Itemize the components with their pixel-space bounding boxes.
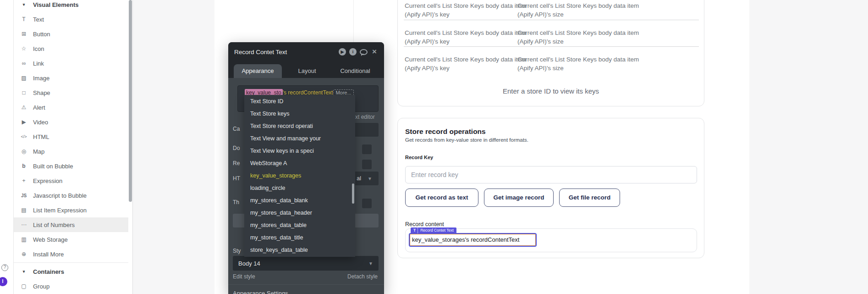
code-icon: </>	[19, 134, 28, 139]
style-label-fragment: Sty	[233, 248, 241, 254]
tab-layout[interactable]: Layout	[282, 64, 332, 78]
chevron-down-icon: ▼	[368, 176, 372, 181]
row-divider	[404, 46, 699, 47]
edit-style-link[interactable]: Edit style	[233, 273, 255, 280]
get-file-record-button[interactable]: Get file record	[559, 189, 620, 207]
size-cell-text: Current cell's List Store Keys body data…	[517, 55, 676, 72]
style-name: Body 14	[238, 260, 260, 267]
sidebar-item-group[interactable]: ▢Group	[14, 279, 128, 294]
dropdown-option[interactable]: my_stores_data_header	[244, 207, 355, 219]
rich-text-editor-link[interactable]: xt editor	[355, 114, 375, 120]
sidebar-item-video[interactable]: ▶Video	[14, 115, 128, 129]
tab-appearance[interactable]: Appearance	[234, 64, 282, 78]
get-image-record-button[interactable]: Get image record	[484, 189, 554, 207]
selected-element-badge: T Record Contet Text	[411, 227, 456, 233]
close-icon[interactable]: ×	[371, 48, 378, 55]
dropdown-option[interactable]: my_stores_data_table	[244, 219, 355, 232]
dropdown-option[interactable]: WebStorage A	[244, 157, 355, 170]
bubble-icon: b	[19, 163, 28, 169]
link-icon: ∞	[19, 60, 28, 67]
dropdown-scrollbar[interactable]	[352, 183, 354, 204]
field-label-fragment: Re	[233, 160, 240, 166]
selected-element-badge-label: Record Contet Text	[420, 227, 454, 233]
field-label-fragment: Do	[233, 145, 240, 151]
chevron-down-icon: ▼	[368, 261, 373, 266]
tab-bar: Appearance Layout Conditional	[228, 61, 384, 78]
sidebar-item-expression[interactable]: +Expression	[14, 173, 128, 188]
sidebar-item-javascript-to-bubble[interactable]: JSJavascript to Bubble	[14, 188, 128, 203]
palette-scrollbar[interactable]	[129, 0, 132, 202]
comment-icon[interactable]	[360, 49, 368, 55]
sidebar-item-list-of-numbers[interactable]: ⋯List of Numbers	[14, 217, 128, 232]
get-record-as-text-button[interactable]: Get record as text	[405, 189, 478, 207]
sidebar-item-shape[interactable]: □Shape	[14, 85, 128, 100]
chevron-down-icon: ▾	[19, 2, 28, 7]
star-icon: ☆	[19, 45, 28, 52]
selected-text-element[interactable]: key_value_storages's recordContentText	[410, 234, 536, 246]
record-key-input[interactable]	[405, 166, 697, 183]
text-element-icon: T	[413, 227, 418, 233]
section-containers[interactable]: ▾ Containers	[14, 264, 128, 279]
detach-style-link[interactable]: Detach style	[347, 273, 378, 280]
js-icon: JS	[19, 193, 28, 198]
sidebar-item-link[interactable]: ∞Link	[14, 56, 128, 71]
info-icon[interactable]: i	[349, 48, 357, 55]
checkbox[interactable]	[362, 144, 372, 154]
field-label-fragment: Th	[233, 199, 239, 205]
sidebar-item-map[interactable]: ◎Map	[14, 144, 128, 159]
operations-title: Store record operations	[405, 128, 486, 136]
sidebar-item-install-more[interactable]: ⊕Install More	[14, 247, 128, 261]
help-icon[interactable]: ?	[1, 264, 8, 271]
sidebar-item-html[interactable]: </>HTML	[14, 129, 128, 144]
dropdown-option[interactable]: Text Store record operati	[244, 120, 355, 133]
field-label-fragment: HT	[233, 175, 240, 182]
section-visual-elements[interactable]: ▾ Visual Elements	[14, 0, 128, 12]
left-rail: ? I	[0, 0, 14, 294]
empty-store-message: Enter a store ID to view its keys	[398, 87, 704, 95]
store-record-operations-card: Store record operations Get records from…	[397, 118, 704, 258]
button-icon: ⊞	[19, 31, 28, 37]
record-key-label: Record Key	[405, 155, 433, 160]
autocomplete-dropdown: Text Store ID Text Store keys Text Store…	[244, 95, 355, 257]
sidebar-item-image[interactable]: ▨Image	[14, 71, 128, 85]
dropdown-option[interactable]: loading_circle	[244, 182, 355, 194]
sidebar-item-button[interactable]: ⊞Button	[14, 27, 128, 41]
dropdown-option-highlighted[interactable]: key_value_storages	[244, 170, 355, 182]
property-editor-header: Record Contet Text ▶ i ×	[228, 42, 384, 61]
map-pin-icon: ◎	[19, 148, 28, 155]
appearance-settings-header: Appearance Settings	[233, 290, 288, 294]
dropdown-option[interactable]: Text Store keys	[244, 108, 355, 120]
tab-conditional[interactable]: Conditional	[332, 64, 378, 78]
preview-icon[interactable]: ▶	[339, 48, 346, 55]
size-cell-text: Current cell's List Store Keys body data…	[517, 28, 676, 46]
sidebar-item-list-item-expression[interactable]: ▤List Item Expression	[14, 203, 128, 217]
dropdown-option[interactable]: store_keys_data_table	[244, 244, 355, 256]
sidebar-item-icon[interactable]: ☆Icon	[14, 41, 128, 56]
group-icon: ▢	[19, 283, 28, 289]
record-content-label: Record content	[405, 221, 444, 227]
plus-icon: +	[19, 178, 28, 184]
dropdown-option[interactable]: Text View keys in a speci	[244, 145, 355, 157]
checkbox[interactable]	[362, 160, 372, 169]
chat-icon[interactable]: I	[0, 277, 7, 286]
element-title: Record Contet Text	[234, 49, 287, 55]
size-cell-text: Current cell's List Store Keys body data…	[517, 1, 676, 19]
sidebar-item-text[interactable]: TText	[14, 12, 128, 27]
chevron-down-icon: ▾	[19, 269, 28, 274]
dropdown-option[interactable]: Text View and manage your	[244, 133, 355, 145]
sidebar-item-alert[interactable]: ⚠Alert	[14, 100, 128, 115]
dropdown-option[interactable]: my_stores_data_title	[244, 232, 355, 244]
image-icon: ▨	[19, 75, 28, 81]
palette-divider	[14, 262, 128, 263]
sidebar-item-web-storage[interactable]: ▥Web Storage	[14, 232, 128, 247]
sidebar-item-built-on-bubble[interactable]: bBuilt on Bubble	[14, 159, 128, 173]
select-value-fragment: al	[357, 175, 361, 182]
element-palette: ▾ Visual Elements TText ⊞Button ☆Icon ∞L…	[14, 0, 133, 294]
dropdown-option[interactable]: my_stores_data_blank	[244, 194, 355, 207]
plus-circle-icon: ⊕	[19, 251, 28, 257]
dropdown-option[interactable]: Text Store ID	[244, 95, 355, 108]
style-select[interactable]: Body 14 ▼	[233, 256, 379, 271]
checkbox[interactable]	[362, 199, 372, 208]
clipboard-icon: ▤	[19, 207, 28, 213]
ellipsis-icon: ⋯	[19, 222, 28, 228]
